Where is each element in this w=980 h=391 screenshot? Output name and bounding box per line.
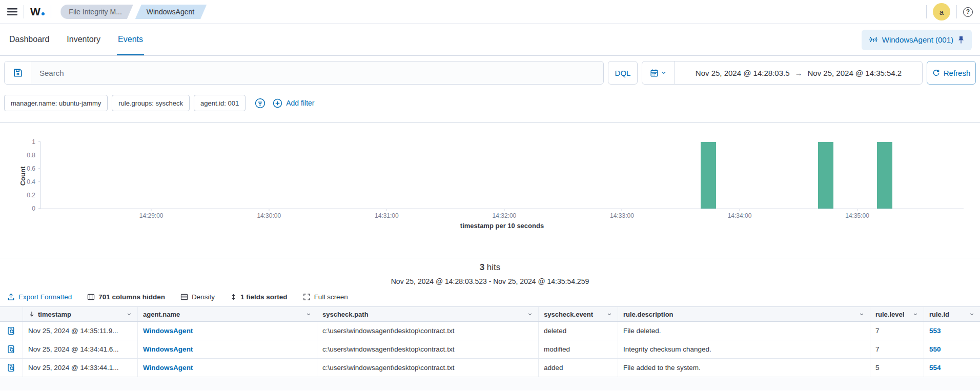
y-tick-label: 1	[32, 138, 35, 146]
chevron-down-icon[interactable]	[606, 311, 612, 317]
sort-icon	[230, 293, 237, 301]
divider	[926, 5, 927, 18]
table-header-row: timestamp agent.name syscheck.path sysch…	[0, 306, 980, 322]
date-from[interactable]: Nov 25, 2024 @ 14:28:03.5	[696, 69, 790, 77]
column-header-label: syscheck.path	[322, 311, 369, 318]
broadcast-icon	[869, 36, 878, 44]
columns-icon	[87, 293, 95, 301]
cell-rule_level: 7	[870, 340, 924, 358]
tabs-row: Dashboard Inventory Events WindowsAgent …	[0, 24, 980, 56]
avatar[interactable]: a	[933, 3, 950, 20]
x-tick-mark	[740, 209, 740, 211]
query-language-button[interactable]: DQL	[608, 61, 638, 85]
tab-events[interactable]: Events	[117, 24, 144, 55]
full-screen-button[interactable]: Full screen	[303, 293, 348, 301]
y-tick-label: 0	[32, 205, 35, 212]
cell-rule_id[interactable]: 553	[924, 322, 980, 340]
add-filter-button[interactable]: Add filter	[273, 98, 314, 108]
x-tick-label: 14:30:00	[257, 212, 281, 219]
add-filter-label: Add filter	[286, 99, 314, 107]
cell-rule_id[interactable]: 554	[924, 359, 980, 377]
hamburger-menu-icon[interactable]	[7, 8, 17, 16]
cell-syscheck_event: deleted	[539, 322, 618, 340]
hits-section: 3 hits Nov 25, 2024 @ 14:28:03.523 - Nov…	[0, 258, 980, 285]
pin-icon	[957, 36, 965, 44]
histogram-bar[interactable]	[877, 142, 892, 209]
density-button[interactable]: Density	[180, 293, 215, 301]
export-icon	[7, 293, 15, 301]
cell-timestamp: Nov 25, 2024 @ 14:34:41.6...	[23, 340, 138, 358]
cell-agent_name[interactable]: WindowsAgent	[138, 322, 317, 340]
inspect-document-icon[interactable]	[0, 359, 23, 377]
chart-plot[interactable]: timestamp per 10 seconds 00.20.40.60.811…	[40, 142, 964, 209]
export-formatted-button[interactable]: Export Formatted	[7, 293, 72, 301]
bottom-fill	[0, 377, 980, 390]
divider	[51, 5, 51, 18]
tab-dashboard[interactable]: Dashboard	[8, 24, 50, 55]
filter-options-icon[interactable]	[255, 98, 266, 109]
table-body: Nov 25, 2024 @ 14:35:11.9...WindowsAgent…	[0, 322, 980, 377]
x-tick-mark	[151, 209, 152, 211]
filter-actions: Add filter	[255, 98, 314, 109]
inspect-document-icon[interactable]	[0, 322, 23, 340]
top-bar: W File Integrity M... WindowsAgent a ?	[0, 0, 980, 24]
column-header-rule_level[interactable]: rule.level	[870, 307, 924, 321]
date-to[interactable]: Nov 25, 2024 @ 14:35:54.2	[808, 69, 902, 77]
column-header-rule_id[interactable]: rule.id	[924, 307, 980, 321]
agent-selector-label: WindowsAgent (001)	[882, 35, 953, 44]
column-header-agent_name[interactable]: agent.name	[138, 307, 317, 321]
chevron-down-icon[interactable]	[126, 311, 132, 317]
column-header-syscheck_event[interactable]: syscheck.event	[539, 307, 618, 321]
column-header-timestamp[interactable]: timestamp	[23, 307, 138, 321]
arrow-right-icon: →	[795, 69, 803, 77]
tab-inventory[interactable]: Inventory	[66, 24, 101, 55]
column-header-rule_description[interactable]: rule.description	[618, 307, 870, 321]
full-screen-label: Full screen	[314, 293, 348, 301]
y-tick-mark	[38, 181, 40, 182]
chevron-down-icon[interactable]	[305, 311, 312, 317]
column-header-syscheck_path[interactable]: syscheck.path	[317, 307, 539, 321]
date-range: Nov 25, 2024 @ 14:28:03.5 → Nov 25, 2024…	[675, 61, 922, 84]
chevron-down-icon[interactable]	[527, 311, 533, 317]
columns-hidden-button[interactable]: 701 columns hidden	[87, 293, 165, 301]
refresh-button[interactable]: Refresh	[927, 61, 976, 85]
chevron-down-icon[interactable]	[912, 311, 918, 317]
x-tick-label: 14:33:00	[610, 212, 634, 219]
refresh-icon	[932, 69, 940, 77]
filter-pill-agent-id[interactable]: agent.id: 001	[194, 95, 246, 111]
hits-label: hits	[487, 262, 500, 272]
divider	[24, 5, 24, 18]
histogram-bar[interactable]	[701, 142, 716, 209]
date-picker-group: Nov 25, 2024 @ 14:28:03.5 → Nov 25, 2024…	[642, 61, 923, 85]
search-input[interactable]	[31, 61, 603, 84]
breadcrumb: File Integrity M... WindowsAgent	[60, 5, 207, 19]
sort-desc-icon	[28, 311, 35, 318]
breadcrumb-module[interactable]: File Integrity M...	[60, 5, 133, 19]
save-query-icon[interactable]	[5, 61, 31, 84]
agent-selector-button[interactable]: WindowsAgent (001)	[862, 30, 972, 50]
x-axis-title: timestamp per 10 seconds	[40, 222, 964, 230]
cell-agent_name[interactable]: WindowsAgent	[138, 340, 317, 358]
hits-count: 3	[480, 262, 484, 272]
breadcrumb-agent[interactable]: WindowsAgent	[135, 5, 207, 19]
logo-dot-icon	[42, 12, 45, 15]
calendar-dropdown-button[interactable]	[642, 61, 675, 84]
chevron-down-icon[interactable]	[969, 311, 975, 317]
histogram-bar[interactable]	[818, 142, 833, 209]
hits-count-line: 3 hits	[0, 262, 980, 273]
column-header-label: timestamp	[38, 311, 71, 318]
cell-agent_name[interactable]: WindowsAgent	[138, 359, 317, 377]
x-tick-mark	[386, 209, 387, 211]
x-tick-mark	[857, 209, 858, 211]
cell-rule_level: 5	[870, 359, 924, 377]
x-tick-mark	[622, 209, 622, 211]
wazuh-logo[interactable]: W	[30, 6, 45, 18]
help-icon[interactable]: ?	[963, 7, 973, 17]
inspect-document-icon[interactable]	[0, 340, 23, 358]
chevron-down-icon[interactable]	[859, 311, 865, 317]
filter-pill-manager-name[interactable]: manager.name: ubuntu-jammy	[4, 95, 108, 111]
y-tick-mark	[38, 168, 40, 169]
filter-pill-rule-groups[interactable]: rule.groups: syscheck	[112, 95, 190, 111]
fields-sorted-button[interactable]: 1 fields sorted	[230, 293, 288, 301]
cell-rule_id[interactable]: 550	[924, 340, 980, 358]
